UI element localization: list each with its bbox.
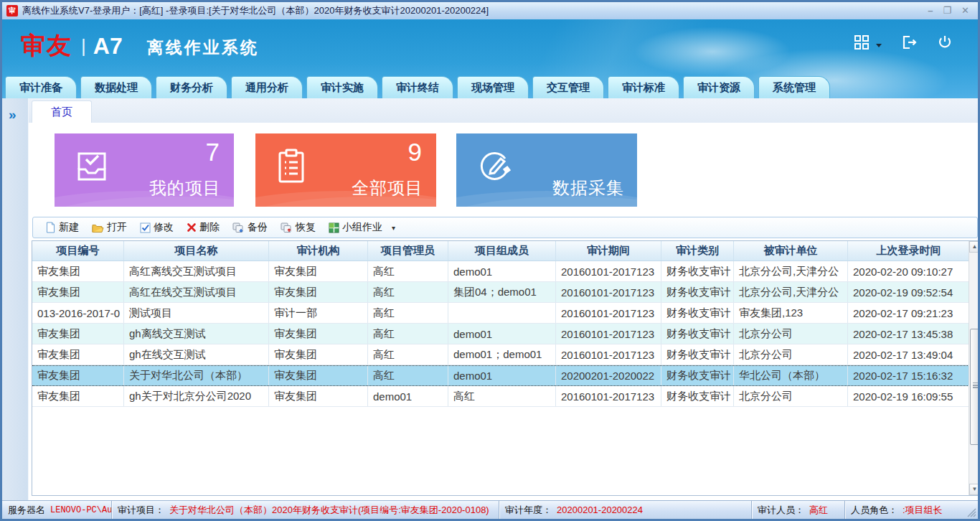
nav-tab[interactable]: 系统管理 (758, 76, 830, 98)
status-label: 服务器名 (8, 504, 45, 517)
nav-tab[interactable]: 交互管理 (532, 76, 604, 98)
column-header[interactable]: 审计类别 (661, 241, 734, 260)
header-banner: 审友 | A7 离线作业系统 审计准备数据处理财务分析通用分析审计实施审计终结现… (2, 19, 978, 98)
table-cell: 高红 (368, 344, 448, 365)
close-button[interactable]: ✕ (961, 5, 969, 17)
status-server-name: 服务器名LENOVO-PC\AudT (2, 501, 111, 519)
maximize-button[interactable]: ❐ (943, 5, 951, 17)
table-cell: 北京分公司 (734, 324, 848, 344)
card-all-projects[interactable]: 9全部项目 (255, 133, 436, 207)
nav-tab[interactable]: 财务分析 (156, 76, 227, 98)
column-header[interactable]: 审计期间 (556, 241, 661, 260)
table-cell: 财务收支审计 (661, 282, 734, 302)
table-row[interactable]: 审友集团gh关于对北京分公司2020审友集团demo01高红20160101-2… (32, 386, 980, 407)
nav-tab[interactable]: 数据处理 (80, 76, 152, 98)
table-cell: 审友集团 (269, 324, 368, 344)
clipboard-icon (274, 148, 308, 188)
column-header[interactable]: 项目组成员 (448, 241, 556, 260)
scroll-down-icon[interactable]: ▼ (969, 484, 980, 495)
table-cell: 高红 (448, 386, 556, 406)
tab-home[interactable]: 首页 (32, 100, 92, 123)
card-label: 全部项目 (352, 177, 423, 200)
backup-button[interactable]: 备份 (227, 220, 273, 235)
main-nav-tabs: 审计准备数据处理财务分析通用分析审计实施审计终结现场管理交互管理审计标准审计资源… (5, 76, 830, 98)
nav-tab[interactable]: 通用分析 (231, 76, 303, 98)
apps-grid-icon[interactable] (853, 34, 870, 51)
table-cell: demo01；demo01 (448, 344, 556, 365)
table-cell: 高红在线交互测试项目 (124, 282, 269, 302)
table-cell: 高红 (368, 282, 448, 302)
apps-dropdown-caret-icon[interactable] (876, 44, 882, 47)
table-cell: 财务收支审计 (661, 386, 734, 406)
table-row[interactable]: 审友集团关于对华北公司（本部）审友集团高红demo0120200201-2020… (32, 365, 980, 386)
column-header[interactable]: 项目名称 (124, 241, 269, 260)
app-window: 审 离线作业系统V7-登录用户：[高红] -登录项目:[关于对华北公司（本部）2… (0, 0, 980, 521)
nav-tab[interactable]: 审计实施 (306, 76, 378, 98)
table-header-row: 项目编号项目名称审计机构项目管理员项目组成员审计期间审计类别被审计单位上次登录时… (32, 241, 980, 261)
toolbar-button-label: 小组作业 (342, 221, 382, 234)
table-row[interactable]: 审友集团gh在线交互测试审友集团高红demo01；demo0120160101-… (32, 344, 980, 365)
table-cell: 审友集团 (269, 386, 368, 406)
card-my-projects[interactable]: 7我的项目 (55, 133, 234, 207)
column-header[interactable]: 审计机构 (269, 241, 368, 260)
table-cell: 2020-02-17 13:49:04 (848, 344, 970, 365)
edit-checkbox-icon (140, 222, 151, 233)
delete-button[interactable]: 删除 (182, 220, 225, 235)
collapse-chevron-icon[interactable]: » (9, 107, 28, 123)
content-tab-strip: 首页 (29, 98, 978, 123)
table-cell: gh关于对北京分公司2020 (124, 386, 269, 406)
table-cell: 2020-02-17 15:16:32 (848, 366, 970, 385)
table-cell (448, 303, 556, 323)
title-bar: 审 离线作业系统V7-登录用户：[高红] -登录项目:[关于对华北公司（本部）2… (2, 2, 978, 19)
column-header[interactable]: 项目编号 (32, 241, 124, 260)
open-folder-icon (92, 222, 104, 233)
toolbar-button-label: 打开 (107, 221, 127, 234)
column-header[interactable]: 项目管理员 (368, 241, 448, 260)
table-row[interactable]: 审友集团高红离线交互测试项目审友集团高红demo0120160101-20171… (32, 261, 980, 282)
new-button[interactable]: 新建 (40, 220, 84, 235)
logout-icon[interactable] (900, 34, 918, 51)
minimize-button[interactable]: – (928, 5, 933, 17)
toolbar-button-label: 修改 (154, 221, 174, 234)
group-work-button[interactable]: 小组作业 (324, 220, 387, 235)
column-header[interactable]: 上次登录时间 (848, 241, 970, 260)
modify-button[interactable]: 修改 (135, 220, 179, 235)
nav-tab[interactable]: 审计准备 (5, 76, 77, 98)
table-cell: 高红离线交互测试项目 (124, 261, 269, 281)
table-cell: 高红 (368, 366, 448, 385)
table-row[interactable]: 013-2016-2017-0测试项目审计一部高红20160101-201712… (32, 303, 980, 324)
app-logo: 审友 | A7 离线作业系统 (21, 29, 259, 62)
new-doc-icon (45, 222, 56, 233)
nav-tab[interactable]: 审计终结 (382, 76, 453, 98)
scrollbar-thumb[interactable] (970, 329, 980, 445)
column-header[interactable]: 被审计单位 (734, 241, 848, 260)
open-button[interactable]: 打开 (87, 220, 132, 235)
table-cell: 2020-02-20 09:10:27 (848, 261, 970, 281)
inbox-check-icon (73, 148, 110, 188)
vertical-scrollbar[interactable]: ▲ ▼ (969, 241, 980, 495)
table-cell: 财务收支审计 (661, 261, 734, 281)
table-cell: 20160101-2017123 (556, 344, 661, 365)
nav-tab[interactable]: 现场管理 (457, 76, 529, 98)
table-cell: 高红 (368, 303, 448, 323)
table-cell: 华北公司（本部） (734, 366, 848, 385)
table-row[interactable]: 审友集团gh离线交互测试审友集团高红demo0120160101-2017123… (32, 324, 980, 344)
nav-tab[interactable]: 审计资源 (683, 76, 755, 98)
power-icon[interactable] (936, 34, 953, 51)
status-value: :项目组长 (903, 504, 943, 517)
scroll-up-icon[interactable]: ▲ (969, 241, 980, 253)
group-work-dropdown-caret-icon[interactable]: ▾ (392, 224, 395, 232)
table-cell: 审友集团 (269, 344, 368, 365)
project-toolbar: 新建打开修改删除备份恢复小组作业▾ (32, 217, 978, 238)
nav-tab[interactable]: 审计标准 (608, 76, 679, 98)
restore-button[interactable]: 恢复 (275, 220, 321, 235)
table-cell: gh离线交互测试 (124, 324, 269, 344)
status-label: 审计项目： (118, 504, 164, 517)
status-bar: 服务器名LENOVO-PC\AudT审计项目：关于对华北公司（本部）2020年财… (2, 500, 978, 519)
resize-grip[interactable] (967, 508, 976, 517)
card-data-collection[interactable]: 数据采集 (456, 133, 637, 207)
table-cell: 财务收支审计 (661, 303, 734, 323)
table-cell: gh在线交互测试 (124, 344, 269, 365)
table-row[interactable]: 审友集团高红在线交互测试项目审友集团高红集团04；demo0120160101-… (32, 282, 980, 303)
status-value: 高红 (809, 504, 828, 517)
